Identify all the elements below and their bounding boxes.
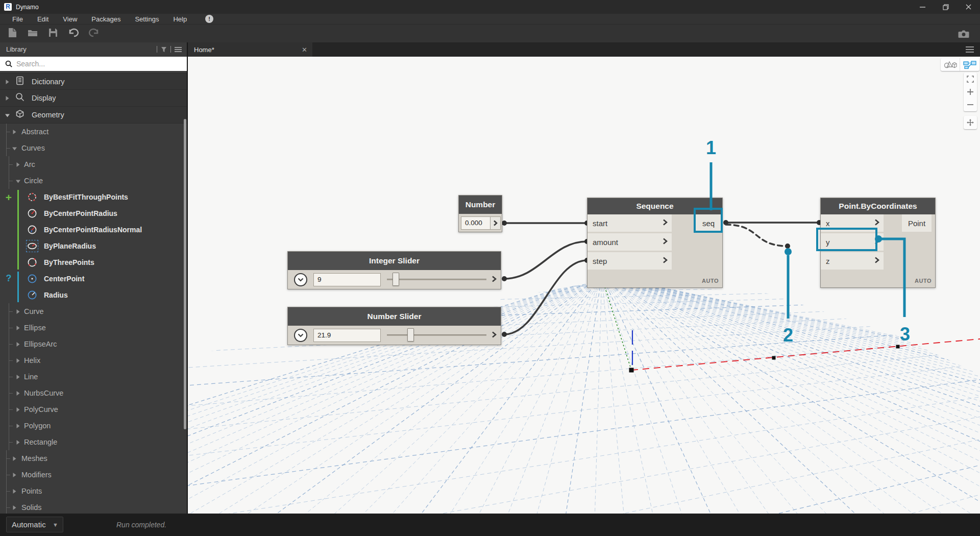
- save-button[interactable]: [46, 27, 60, 41]
- chevron-right-icon[interactable]: [12, 503, 16, 512]
- chevron-down-icon[interactable]: [5, 110, 10, 119]
- tab-close-icon[interactable]: ✕: [302, 46, 307, 54]
- filter-icon[interactable]: [161, 46, 167, 53]
- wire[interactable]: [504, 260, 587, 334]
- wire[interactable]: [726, 225, 788, 246]
- sidebar-item-ellipse[interactable]: Ellipse: [0, 320, 187, 336]
- maximize-button[interactable]: [934, 0, 957, 14]
- slider-options-button[interactable]: [294, 329, 307, 342]
- input-port-z[interactable]: z: [821, 252, 884, 270]
- input-port-step[interactable]: step: [587, 252, 672, 270]
- slider-handle[interactable]: [393, 273, 399, 286]
- chevron-right-icon[interactable]: [12, 454, 16, 463]
- sidebar-item-geometry[interactable]: Geometry: [0, 107, 187, 124]
- menu-file[interactable]: File: [5, 15, 30, 23]
- sidebar-item-display[interactable]: Display: [0, 90, 187, 107]
- output-port-point[interactable]: Point: [902, 214, 932, 232]
- chevron-right-icon[interactable]: [16, 437, 20, 447]
- node-title[interactable]: Integer Slider: [288, 252, 501, 270]
- sidebar-item-radius[interactable]: Radius: [0, 287, 187, 303]
- tab-home[interactable]: Home* ✕: [188, 42, 312, 57]
- input-port-start[interactable]: start: [587, 214, 672, 232]
- chevron-right-icon[interactable]: [16, 160, 20, 169]
- sidebar-item-nurbscurve[interactable]: NurbsCurve: [0, 385, 187, 401]
- sidebar-item-byplaneradius[interactable]: ByPlaneRadius: [0, 238, 187, 254]
- zoom-in-button[interactable]: [964, 85, 977, 98]
- menu-settings[interactable]: Settings: [128, 15, 166, 23]
- chevron-right-icon[interactable]: [16, 356, 20, 365]
- sidebar-item-bybestfitthroughpoints[interactable]: ByBestFitThroughPoints: [0, 189, 187, 205]
- geometry-view-button[interactable]: [941, 58, 960, 71]
- output-port[interactable]: [492, 331, 497, 340]
- chevron-down-icon[interactable]: [12, 143, 17, 153]
- node-title[interactable]: Number: [459, 196, 502, 214]
- sidebar-item-bycenterpointradiusnormal[interactable]: ByCenterPointRadiusNormal: [0, 222, 187, 238]
- sidebar-item-arc[interactable]: Arc: [0, 156, 187, 173]
- chevron-down-icon[interactable]: [16, 176, 20, 185]
- minimize-button[interactable]: [911, 0, 934, 14]
- sidebar-item-helix[interactable]: Helix: [0, 352, 187, 369]
- tabbar-menu-icon[interactable]: [966, 46, 974, 53]
- node-title[interactable]: Point.ByCoordinates: [821, 198, 935, 214]
- library-scrollbar[interactable]: [184, 119, 186, 429]
- node-number[interactable]: Number0.000: [458, 195, 502, 232]
- node-title[interactable]: Number Slider: [288, 307, 501, 326]
- chevron-right-icon[interactable]: [16, 323, 20, 332]
- sidebar-item-centerpoint[interactable]: CenterPoint: [0, 271, 187, 287]
- sidebar-item-line[interactable]: Line: [0, 369, 187, 385]
- notifications-icon[interactable]: !: [205, 15, 213, 23]
- chevron-right-icon[interactable]: [16, 339, 20, 349]
- input-port-amount[interactable]: amount: [587, 233, 672, 251]
- slider-options-button[interactable]: [294, 273, 307, 286]
- graph-canvas[interactable]: 123: [188, 57, 980, 514]
- chevron-right-icon[interactable]: [5, 77, 9, 86]
- fit-view-button[interactable]: [964, 72, 977, 85]
- zoom-out-button[interactable]: [964, 99, 977, 111]
- open-button[interactable]: [26, 27, 40, 41]
- sidebar-item-abstract[interactable]: Abstract: [0, 124, 187, 140]
- close-button[interactable]: [957, 0, 980, 14]
- chevron-right-icon[interactable]: [12, 127, 16, 136]
- output-port[interactable]: [491, 216, 501, 230]
- sidebar-item-polycurve[interactable]: PolyCurve: [0, 401, 187, 418]
- redo-button[interactable]: [87, 27, 101, 41]
- library-menu-icon[interactable]: [175, 46, 182, 53]
- search-input[interactable]: [16, 60, 187, 68]
- node-integer-slider[interactable]: Integer Slider9: [287, 251, 501, 289]
- sidebar-item-solids[interactable]: Solids: [0, 499, 187, 514]
- run-mode-select[interactable]: Automatic ▼: [6, 517, 63, 532]
- sidebar-item-dictionary[interactable]: Dictionary: [0, 73, 187, 90]
- output-port[interactable]: [492, 275, 497, 284]
- sidebar-item-rectangle[interactable]: Rectangle: [0, 434, 187, 450]
- sidebar-item-polygon[interactable]: Polygon: [0, 418, 187, 434]
- export-image-button[interactable]: [957, 27, 971, 41]
- sidebar-item-bycenterpointradius[interactable]: ByCenterPointRadius: [0, 205, 187, 222]
- sidebar-item-meshes[interactable]: Meshes: [0, 450, 187, 467]
- wire[interactable]: [504, 241, 587, 279]
- slider-track[interactable]: [387, 279, 486, 280]
- chevron-right-icon[interactable]: [16, 372, 20, 381]
- sidebar-item-bythreepoints[interactable]: ByThreePoints: [0, 254, 187, 271]
- menu-packages[interactable]: Packages: [84, 15, 128, 23]
- sidebar-item-modifiers[interactable]: Modifiers: [0, 467, 187, 483]
- new-button[interactable]: [5, 27, 19, 41]
- graph-view-button[interactable]: [960, 58, 979, 71]
- chevron-right-icon[interactable]: [16, 388, 20, 398]
- menu-view[interactable]: View: [56, 15, 84, 23]
- node-number-slider[interactable]: Number Slider21.9: [287, 307, 501, 345]
- chevron-right-icon[interactable]: [16, 307, 20, 316]
- chevron-right-icon[interactable]: [16, 421, 20, 430]
- slider-track[interactable]: [387, 334, 486, 336]
- menu-edit[interactable]: Edit: [30, 15, 56, 23]
- undo-button[interactable]: [66, 27, 81, 41]
- pan-button[interactable]: [964, 116, 977, 129]
- chevron-right-icon[interactable]: [12, 486, 16, 496]
- value-input[interactable]: 0.000: [461, 216, 491, 230]
- chevron-right-icon[interactable]: [16, 405, 20, 414]
- slider-value-input[interactable]: 21.9: [313, 329, 381, 342]
- sidebar-item-curve[interactable]: Curve: [0, 303, 187, 320]
- sidebar-item-curves[interactable]: Curves: [0, 140, 187, 156]
- chevron-right-icon[interactable]: [12, 470, 16, 479]
- slider-value-input[interactable]: 9: [313, 273, 381, 286]
- sidebar-item-points[interactable]: Points: [0, 483, 187, 499]
